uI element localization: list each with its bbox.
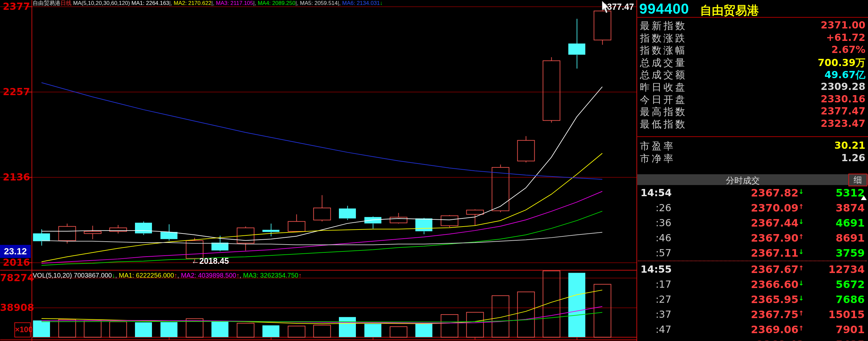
tape-row[interactable]: :262370.09↑3874 xyxy=(637,200,868,215)
up-arrow-icon: ↑ xyxy=(798,309,804,317)
tape-price: 2367.75↑ xyxy=(719,308,804,321)
tape-row[interactable]: :372367.75↑15015 xyxy=(637,307,868,322)
price-axis-label: 2136 xyxy=(0,172,30,182)
tape-separator xyxy=(638,260,867,261)
price-axis-label: 2016 xyxy=(0,258,30,268)
info-row: 昨日收盘2309.28 xyxy=(637,80,868,92)
down-arrow-icon: ↓ xyxy=(798,294,804,302)
header-segment: ↓ xyxy=(112,272,115,279)
tape-volume: 15015 xyxy=(829,308,865,321)
tape-row[interactable]: :472369.06↑7901 xyxy=(637,322,868,337)
info-value: 2377.47 xyxy=(820,105,865,117)
info-row: 总成交额49.67亿 xyxy=(637,67,868,80)
tape-price: 2368.43 xyxy=(719,338,804,341)
header-segment: VOL(5,10,20) 7003867.000 xyxy=(33,272,112,279)
tape-row[interactable]: :272365.95↓7686 xyxy=(637,291,868,307)
tape-time: :26 xyxy=(656,202,671,214)
header-segment: |, xyxy=(338,0,342,6)
ratio-row: 市净率1.26 xyxy=(637,151,868,163)
header-segment: ↑ xyxy=(236,272,240,279)
info-row: 最高指数2377.47 xyxy=(637,104,868,117)
info-row: 最低指数2323.47 xyxy=(637,117,868,129)
tape-volume: 5312 xyxy=(836,187,865,199)
tape-row[interactable]: :172366.60↓5672 xyxy=(637,277,868,291)
stock-code[interactable]: 994400 xyxy=(639,1,689,17)
tape-price: 2370.09↑ xyxy=(719,202,804,214)
up-arrow-icon: ↑ xyxy=(798,264,804,272)
info-row: 指数涨跌+61.72 xyxy=(637,31,868,43)
header-segment: MA2: 4039898.500 xyxy=(181,272,236,279)
up-arrow-icon: ↑ xyxy=(798,203,804,211)
volume-header: VOL(5,10,20) 7003867.000↓, MA1: 6222256.… xyxy=(33,271,302,280)
header-segment: MA1: 6222256.000 xyxy=(119,272,174,279)
tape-price: 2367.11↓ xyxy=(719,247,804,259)
info-value: 30.21 xyxy=(834,140,865,151)
info-value: 2.67% xyxy=(831,44,865,55)
volume-axis-label: 78274 xyxy=(0,273,30,283)
info-row: 指数涨幅2.67% xyxy=(637,43,868,55)
down-arrow-icon: ↓ xyxy=(798,218,804,225)
tape-volume: 5435 xyxy=(836,338,865,341)
header-segment: |, xyxy=(169,0,174,6)
tape-row[interactable]: 2368.435435 xyxy=(637,337,868,341)
tape-row[interactable]: :362367.44↓4691 xyxy=(637,215,868,230)
tape-price: 2365.95↓ xyxy=(719,293,804,306)
tape-title: 分时成交 xyxy=(637,175,848,186)
header-segment: 自由贸易港 xyxy=(33,0,60,6)
down-arrow-icon: ↓ xyxy=(798,279,804,287)
crosshair-date-box: 23.12 xyxy=(0,245,31,258)
tape-price: 2366.60↓ xyxy=(719,278,804,291)
info-value: 1.26 xyxy=(841,152,865,163)
tape-time: :37 xyxy=(656,309,671,320)
up-arrow-icon: ↑ xyxy=(798,324,804,332)
tape-price: 2369.06↑ xyxy=(719,323,804,336)
kline-header: 自由贸易港日线 MA(5,10,20,30,60,120) MA1: 2264.… xyxy=(33,0,383,6)
tape-row[interactable]: 14:542367.82↓5312 xyxy=(637,185,868,200)
tape-volume: 12734 xyxy=(829,263,865,276)
header-segment: MA4: 2089.250 xyxy=(258,0,296,6)
header-segment: , xyxy=(115,272,119,279)
info-label: 最低指数 xyxy=(640,118,687,131)
info-value: 2309.28 xyxy=(820,81,865,92)
info-row: 今日开盘2330.16 xyxy=(637,92,868,104)
header-segment: |, xyxy=(253,0,258,6)
tape-volume: 8691 xyxy=(836,232,865,244)
tape-time: :36 xyxy=(656,217,671,228)
header-segment: ↓ xyxy=(380,0,383,6)
ratio-row: 市盈率30.21 xyxy=(637,138,868,151)
header-segment: 日线 xyxy=(60,0,71,6)
info-row: 最新指数2371.00 xyxy=(637,18,868,31)
tape-price: 2367.82↓ xyxy=(719,187,804,199)
tape-detail-button[interactable]: 细 xyxy=(848,174,867,186)
tape-time: 14:54 xyxy=(641,187,672,198)
volume-axis-label: 38908 xyxy=(0,303,30,313)
info-value: 2330.16 xyxy=(820,93,865,104)
tape-volume: 7686 xyxy=(836,293,865,306)
volume-multiplier-box: ×100 xyxy=(14,322,31,337)
tape-volume: 7901 xyxy=(836,323,865,336)
header-segment: , xyxy=(240,272,243,279)
tape-volume: 4691 xyxy=(836,217,865,229)
down-arrow-icon: ↓ xyxy=(798,248,804,256)
tape-row[interactable]: 14:552367.67↑12734 xyxy=(637,261,868,277)
mouse-cursor-icon xyxy=(601,1,611,14)
info-label: 市净率 xyxy=(640,152,675,165)
header-segment: , xyxy=(178,272,181,279)
tape-price: 2367.44↓ xyxy=(719,217,804,229)
header-segment: MA2: 2170.622 xyxy=(174,0,212,6)
quote-panel: 994400 自由贸易港 最新指数2371.00指数涨跌+61.72指数涨幅2.… xyxy=(637,0,868,341)
header-segment: MA3: 2117.105 xyxy=(216,0,253,6)
tape-row[interactable]: :462367.90↑8691 xyxy=(637,230,868,245)
stock-name[interactable]: 自由贸易港 xyxy=(700,3,759,19)
down-arrow-icon: ↓ xyxy=(798,188,804,195)
up-arrow-icon: ↑ xyxy=(798,233,804,241)
info-value: 2371.00 xyxy=(820,19,865,31)
tape-header: 分时成交 细 xyxy=(637,174,868,185)
price-axis-label: 2257 xyxy=(0,87,30,97)
tape-time: :17 xyxy=(656,279,671,290)
header-segment: MA1: 2264.163 xyxy=(131,0,169,6)
price-axis-label: 2377 xyxy=(0,2,30,11)
tape-row[interactable]: :572367.11↓3759 xyxy=(637,245,868,260)
header-segment: MA5: 2059.514 xyxy=(300,0,338,6)
header-segment: MA3: 3262354.750 xyxy=(243,272,299,279)
